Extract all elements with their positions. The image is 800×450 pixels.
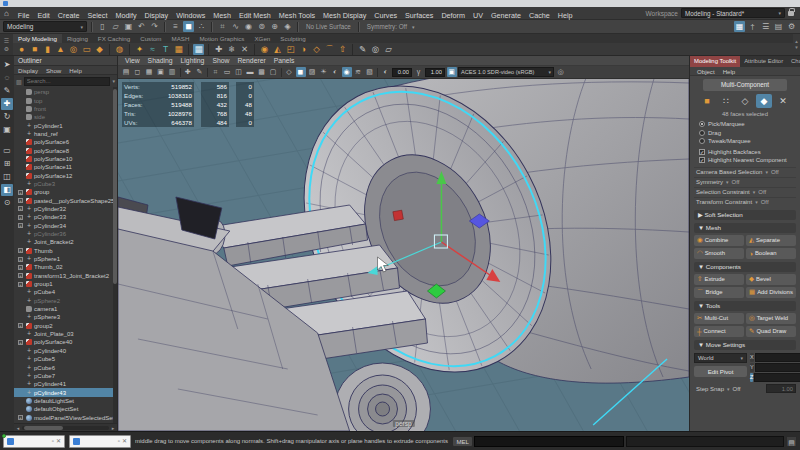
quad-draw-button[interactable]: ✎Quad Draw xyxy=(746,326,796,337)
attribute-editor-icon[interactable]: ▤ xyxy=(773,21,784,32)
expand-icon[interactable]: + xyxy=(18,190,23,195)
menu-file[interactable]: File xyxy=(14,11,34,20)
viewport-menu-renderer[interactable]: Renderer xyxy=(233,56,269,66)
connect-button[interactable]: ┼Connect xyxy=(694,326,744,337)
tab-modeling-toolkit[interactable]: Modeling Toolkit xyxy=(690,56,740,67)
menu-curves[interactable]: Curves xyxy=(370,11,401,20)
outliner-item-defaultlightset[interactable]: defaultLightSet xyxy=(14,397,117,405)
shelf-tab-motion-graphics[interactable]: Motion Graphics xyxy=(194,34,249,43)
platonic-solid-icon[interactable]: ✦ xyxy=(134,44,145,55)
select-tool[interactable]: ➤ xyxy=(1,59,13,71)
expand-icon[interactable]: + xyxy=(18,223,23,228)
shelf-tab-mash[interactable]: MASH xyxy=(167,34,195,43)
shelf-options-gear-icon[interactable]: ⚙ xyxy=(4,45,9,52)
poly-disc-icon[interactable]: ◆ xyxy=(94,44,105,55)
freeze-transform-icon[interactable]: ❄ xyxy=(226,44,237,55)
shadows-icon[interactable]: ◐ xyxy=(330,67,340,77)
expand-icon[interactable]: + xyxy=(18,215,23,220)
textured-mode-icon[interactable]: ▨ xyxy=(307,67,317,77)
grease-pencil-icon[interactable]: ✎ xyxy=(195,67,205,77)
shaded-mode-icon[interactable]: ◼ xyxy=(296,67,306,77)
multi-cut-button[interactable]: ✂Multi-Cut xyxy=(694,313,744,324)
wireframe-mode-icon[interactable]: ◇ xyxy=(284,67,294,77)
outliner-item-pasted-polysurfaceshape25[interactable]: +pasted__polySurfaceShape25 xyxy=(14,196,117,204)
extrude-icon[interactable]: ⇧ xyxy=(337,44,348,55)
poly-cylinder-icon[interactable]: ▮ xyxy=(42,44,53,55)
multi-cut-icon[interactable]: ✎ xyxy=(357,44,368,55)
outliner-item-side[interactable]: side xyxy=(14,113,117,121)
snap-point-icon[interactable]: ◉ xyxy=(243,21,254,32)
modeling-toolkit-toggle-icon[interactable]: ▦ xyxy=(734,21,745,32)
resolution-gate-icon[interactable]: ◫ xyxy=(234,67,244,77)
tab-channel-box-layer-editor[interactable]: Channel Box / Layer Editor xyxy=(787,56,800,67)
outliner-item-modelpanel5viewselectedset[interactable]: +modelPanel5ViewSelectedSet xyxy=(14,413,117,421)
outliner-item-joint-bracket2[interactable]: +Joint_Bracket2 xyxy=(14,238,117,246)
channel-box-icon[interactable]: ☰ xyxy=(760,21,771,32)
outliner-item-group2[interactable]: +group2 xyxy=(14,322,117,330)
outliner-item-group[interactable]: +group xyxy=(14,188,117,196)
motion-blur-icon[interactable]: ≋ xyxy=(353,67,363,77)
translate-y-field[interactable] xyxy=(755,363,800,372)
dropdown-row-camera-based-selection[interactable]: Camera Based Selection▾Off xyxy=(694,167,796,177)
outliner-item-pcylinder43[interactable]: +pCylinder43 xyxy=(14,388,117,396)
lock-workspace-icon[interactable] xyxy=(788,11,794,16)
section-components[interactable]: ▼ Components xyxy=(694,262,796,272)
script-editor-icon[interactable]: ▤ xyxy=(786,436,797,447)
checkbox-row-highlight-backfaces[interactable]: ✓Highlight Backfaces xyxy=(694,148,796,157)
viewport-menu-lighting[interactable]: Lighting xyxy=(177,56,209,66)
tab-attribute-editor[interactable]: Attribute Editor xyxy=(740,56,787,67)
move-tool[interactable]: ✚ xyxy=(1,98,13,110)
outliner-menu-help[interactable]: Help xyxy=(65,66,86,74)
edge-mode-icon[interactable]: ◇ xyxy=(737,94,753,108)
axis-z-chip[interactable]: Z xyxy=(750,373,753,382)
separate-icon[interactable]: ◭ xyxy=(272,44,283,55)
outliner-item-polysurface12[interactable]: polySurface12 xyxy=(14,171,117,179)
outliner-item-pcylinder41[interactable]: +pCylinder41 xyxy=(14,380,117,388)
scroll-left-icon[interactable]: ◂ xyxy=(15,425,21,431)
bevel-button[interactable]: ◆Bevel xyxy=(746,274,796,285)
shelf-tab-xgen[interactable]: XGen xyxy=(249,34,275,43)
outliner-item-polysurface11[interactable]: polySurface11 xyxy=(14,163,117,171)
snap-grid-icon[interactable]: ⌗ xyxy=(217,21,228,32)
screen-space-ao-icon[interactable]: ◉ xyxy=(342,67,352,77)
make-live-icon[interactable]: ◈ xyxy=(282,21,293,32)
save-scene-icon[interactable]: ▣ xyxy=(123,21,134,32)
section-move-settings[interactable]: ▼ Move Settings xyxy=(694,340,796,350)
menu-select[interactable]: Select xyxy=(83,11,111,20)
radio-icon[interactable] xyxy=(699,130,705,136)
outliner-item-pcube6[interactable]: +pCube6 xyxy=(14,363,117,371)
redo-icon[interactable]: ↷ xyxy=(149,21,160,32)
chevron-down-icon[interactable]: ▾ xyxy=(727,386,730,392)
mel-command-input[interactable] xyxy=(474,436,624,447)
section-soft-selection[interactable]: ▶ Soft Selection xyxy=(694,210,796,220)
outliner-item-pcylinder36[interactable]: +pCylinder36 xyxy=(14,230,117,238)
grid-toggle-icon[interactable]: ⌗ xyxy=(211,67,221,77)
two-pane-layout[interactable]: ◫ xyxy=(1,171,13,183)
use-all-lights-icon[interactable]: ☀ xyxy=(319,67,329,77)
field-chart-icon[interactable]: ▩ xyxy=(257,67,267,77)
viewport-canvas[interactable]: Verts:5198525860Edges:10383108160Faces:5… xyxy=(118,79,689,431)
outliner-item-pcylinder34[interactable]: ++pCylinder34 xyxy=(14,222,117,230)
select-object-icon[interactable]: ◼ xyxy=(183,21,194,32)
close-icon[interactable]: ✕ xyxy=(56,436,61,447)
bridge-icon[interactable]: ⌒ xyxy=(324,44,335,55)
outliner-persp-layout[interactable]: ◧ xyxy=(1,184,13,196)
menu-set-selector[interactable]: Modeling ▾ xyxy=(3,21,87,32)
vertex-mode-icon[interactable]: ∷ xyxy=(718,94,734,108)
radio-row-tweak-marquee[interactable]: Tweak/Marquee xyxy=(694,137,796,146)
snap-projected-center-icon[interactable]: ⊚ xyxy=(256,21,267,32)
dropdown-row-transform-constraint[interactable]: Transform Constraint▾Off xyxy=(694,197,796,207)
isolate-select-icon[interactable]: ◎ xyxy=(556,67,566,77)
translate-x-field[interactable] xyxy=(755,353,800,362)
checkbox-icon[interactable]: ✓ xyxy=(699,157,705,163)
bevel-icon[interactable]: ◇ xyxy=(311,44,322,55)
outliner-item-transform13-joint-bracket2[interactable]: +transform13_Joint_Bracket2 xyxy=(14,272,117,280)
outliner-item-psphere2[interactable]: +pSphere2 xyxy=(14,297,117,305)
outliner-item-hand-ref[interactable]: +hand_ref xyxy=(14,130,117,138)
viewport-menu-view[interactable]: View xyxy=(121,56,144,66)
gamma-icon[interactable]: γ xyxy=(414,67,424,77)
dropdown-row-selection-constraint[interactable]: Selection Constraint▾Off xyxy=(694,187,796,197)
translate-z-field[interactable] xyxy=(754,373,800,382)
menu-display[interactable]: Display xyxy=(141,11,173,20)
outliner-horizontal-scrollbar[interactable]: ◂ ▸ xyxy=(14,423,117,431)
